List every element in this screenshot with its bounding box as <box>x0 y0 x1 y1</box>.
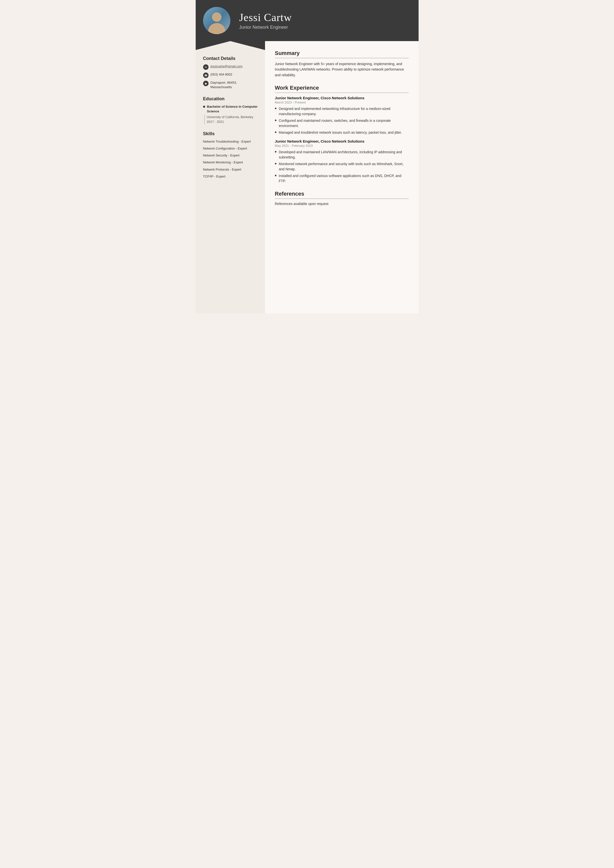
work-section: Work Experience Junior Network Engineer,… <box>275 85 409 184</box>
job-2-date: May 2021 - February 2023 <box>275 144 409 147</box>
job-1-date: March 2023 - Present <box>275 101 409 104</box>
summary-section: Summary Junior Network Engineer with 5+ … <box>275 50 409 78</box>
edu-years: 2017 - 2021 <box>207 120 224 124</box>
header-text: Jessi Cartw Junior Network Engineer <box>239 11 292 30</box>
phone-value: (053) 404 8002 <box>210 72 232 77</box>
edu-bullet: Bachelor of Science in Computer Science <box>203 104 259 113</box>
contact-section: Contact Details ✉ jessicartw@gmail.com ☎… <box>203 56 259 89</box>
contact-title: Contact Details <box>203 56 259 61</box>
work-title: Work Experience <box>275 85 409 93</box>
bullet-dot <box>275 132 277 133</box>
skill-item: Network Security - Expert <box>203 153 259 158</box>
candidate-title: Junior Network Engineer <box>239 25 292 30</box>
list-item: Designed and implemented networking infr… <box>275 106 409 116</box>
skill-item: TCP/IP - Expert <box>203 174 259 179</box>
references-title: References <box>275 191 409 199</box>
job-1: Junior Network Engineer, Cisco Network S… <box>275 96 409 135</box>
location-value: Daynaport, 86453, Massachusetts <box>210 81 237 89</box>
sidebar: Contact Details ✉ jessicartw@gmail.com ☎… <box>196 41 265 313</box>
degree: Bachelor of Science in Computer Science <box>207 104 259 113</box>
phone-icon: ☎ <box>203 73 208 78</box>
email-value: jessicartw@gmail.com <box>210 64 243 68</box>
avatar <box>203 7 230 34</box>
list-item: Configured and maintained routers, switc… <box>275 118 409 129</box>
candidate-name: Jessi Cartw <box>239 11 292 24</box>
skills-section: Skills Network Troubleshooting - Expert … <box>203 131 259 179</box>
job-2: Junior Network Engineer, Cisco Network S… <box>275 139 409 184</box>
references-text: References available upon request <box>275 202 409 206</box>
university: University of California, Berkeley <box>207 115 253 119</box>
email-item: ✉ jessicartw@gmail.com <box>203 64 259 70</box>
bullet-dot <box>275 108 277 109</box>
edu-details: University of California, Berkeley 2017 … <box>204 115 259 124</box>
bullet-dot <box>275 175 277 176</box>
right-content: Summary Junior Network Engineer with 5+ … <box>265 41 418 313</box>
skill-item: Network Troubleshooting - Expert <box>203 140 259 144</box>
summary-title: Summary <box>275 50 409 58</box>
phone-item: ☎ (053) 404 8002 <box>203 72 259 78</box>
job-1-bullets: Designed and implemented networking infr… <box>275 106 409 135</box>
list-item: Installed and configured various softwar… <box>275 173 409 184</box>
skill-item: Network Monitoring - Expert <box>203 160 259 164</box>
list-item: Managed and troubleshot network issues s… <box>275 130 409 135</box>
list-item: Developed and maintained LAN/WAN archite… <box>275 150 409 160</box>
main-content: Contact Details ✉ jessicartw@gmail.com ☎… <box>196 41 418 313</box>
edu-bullet-dot <box>203 106 205 108</box>
education-section: Education Bachelor of Science in Compute… <box>203 96 259 124</box>
education-item: Bachelor of Science in Computer Science … <box>203 104 259 124</box>
location-icon: ◉ <box>203 81 208 86</box>
education-title: Education <box>203 96 259 101</box>
bullet-dot <box>275 151 277 152</box>
bullet-dot <box>275 163 277 164</box>
skill-item: Network Protocols - Expert <box>203 167 259 172</box>
job-2-title: Junior Network Engineer, Cisco Network S… <box>275 139 409 143</box>
list-item: Monitored network performance and securi… <box>275 161 409 172</box>
job-1-title: Junior Network Engineer, Cisco Network S… <box>275 96 409 100</box>
skills-title: Skills <box>203 131 259 136</box>
bullet-dot <box>275 119 277 121</box>
email-icon: ✉ <box>203 64 208 70</box>
header: Jessi Cartw Junior Network Engineer <box>196 0 418 41</box>
skill-item: Network Configuration - Expert <box>203 146 259 151</box>
job-2-bullets: Developed and maintained LAN/WAN archite… <box>275 150 409 184</box>
summary-text: Junior Network Engineer with 5+ years of… <box>275 61 409 78</box>
references-section: References References available upon req… <box>275 191 409 206</box>
location-item: ◉ Daynaport, 86453, Massachusetts <box>203 81 259 89</box>
